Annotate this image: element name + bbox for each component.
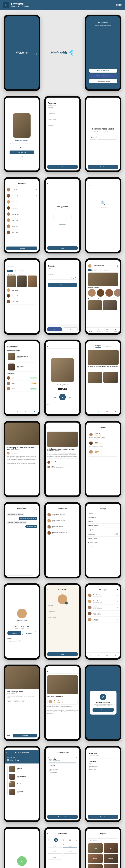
start-trial-button[interactable]: Start free trial [48, 815, 77, 819]
tab-profile[interactable]: 👤 [115, 411, 116, 412]
dialog-done-button[interactable]: Done [93, 708, 114, 712]
settings-row-toggle[interactable]: Dark mode [86, 532, 120, 536]
trainer-avatar[interactable] [114, 289, 120, 297]
trainer-card[interactable]: Sarah Jones★★★★★ 4.9› [48, 699, 77, 705]
phone-number-input[interactable] [98, 136, 117, 140]
trainer-card[interactable] [28, 276, 37, 287]
tab-library[interactable]: 📚Library [106, 329, 109, 332]
plan-free-card[interactable]: Free Trial 7 days, cancel anytime [48, 757, 77, 763]
signin-email-button[interactable]: Sign in with email [89, 69, 117, 72]
otp-digit-input[interactable] [68, 215, 72, 219]
tab-home[interactable]: ⌂Home [89, 329, 92, 332]
send-icon[interactable]: ➤ [34, 573, 38, 575]
book-button[interactable]: Book now [13, 734, 37, 738]
time-slot[interactable]: 10:30 [63, 844, 77, 848]
filter-chip[interactable]: Classes [14, 270, 20, 272]
tab-home[interactable]: ⌂ [9, 411, 9, 412]
search-input[interactable]: 🔍 [88, 184, 118, 187]
get-started-button[interactable]: Get Started [9, 151, 34, 154]
category-tile[interactable]: HIIT [104, 843, 118, 853]
tab-explore[interactable]: 🔍Explore [97, 329, 100, 332]
notification-row[interactable]: New session booked5h ago [46, 518, 79, 524]
country-selector[interactable]: 🇺🇸 +1 [90, 136, 97, 140]
otp-digit-input[interactable] [53, 215, 57, 219]
trainer-avatar[interactable] [105, 289, 113, 297]
follow-button[interactable]: Follow [7, 631, 21, 635]
featured-banner[interactable] [88, 273, 118, 286]
category-chip[interactable]: Yoga [92, 269, 97, 271]
list-item[interactable]: Ana Willis [7, 287, 37, 293]
resend-link[interactable]: Resend code [59, 224, 65, 225]
tab-home[interactable]: ⌂ [90, 411, 91, 412]
time-slot[interactable]: 13:00 [48, 850, 62, 854]
save-button[interactable]: Save [48, 652, 77, 656]
next-icon[interactable]: ⏭ [69, 396, 71, 398]
back-icon[interactable]: ‹ [47, 589, 48, 591]
play-button[interactable]: ▶ [59, 394, 66, 400]
trainer-avatar[interactable] [97, 289, 104, 297]
tab-profile[interactable]: 👤 [115, 655, 116, 656]
category-tile[interactable]: Cardio [88, 864, 103, 868]
back-icon[interactable]: ‹ [47, 426, 48, 429]
email-input[interactable] [48, 270, 77, 273]
trainer-card[interactable] [7, 276, 16, 287]
tab-explore[interactable]: 🔍 [98, 411, 99, 412]
settings-row[interactable]: Help & Support› [86, 536, 120, 541]
class-card[interactable] [88, 300, 102, 310]
email-input[interactable] [48, 115, 77, 118]
user-avatar[interactable] [88, 264, 92, 268]
tab-calendar[interactable]: 📅 [17, 411, 18, 412]
search-input[interactable]: 🔍 Search classes [88, 838, 118, 842]
tab-foryou[interactable]: For you [95, 345, 101, 347]
day-chip[interactable]: Wed14 [62, 839, 64, 841]
list-item[interactable]: Brandon Lee [7, 293, 37, 299]
session-card[interactable]: HIIT Circuit2:00 PM [7, 362, 37, 372]
filter-chip[interactable]: All [21, 270, 24, 272]
trainer-avatar[interactable] [88, 289, 96, 297]
message-input[interactable] [6, 572, 33, 576]
client-row[interactable]: Ben C.Pending [7, 381, 37, 386]
otp-digit-input[interactable] [58, 215, 62, 219]
back-icon[interactable]: ‹ [47, 670, 48, 672]
google-button[interactable]: G [63, 328, 77, 331]
settings-row[interactable]: Payment methods› [86, 524, 120, 528]
time-slot[interactable]: 15:00 [63, 850, 77, 854]
settings-row[interactable]: Notifications› [86, 515, 120, 519]
tab-library[interactable]: 📚 [106, 411, 107, 412]
tab-messages[interactable]: 💬 [25, 411, 26, 412]
day-chip[interactable]: Fri16 [76, 839, 77, 841]
forgot-link[interactable]: Forgot? [71, 277, 76, 278]
day-chip[interactable]: Mon12 [48, 839, 50, 841]
day-chip[interactable]: Thu15 [69, 839, 71, 841]
avatar-edit[interactable]: 📷 [58, 594, 67, 604]
time-slot[interactable]: 09:00 [48, 844, 62, 848]
back-icon[interactable]: ‹ [47, 345, 48, 347]
phone-input[interactable] [48, 121, 77, 124]
back-icon[interactable]: ‹ [88, 101, 88, 104]
session-card[interactable]: Morning Yoga Flow10:30 AM [7, 352, 37, 361]
password-input[interactable]: Forgot? [48, 276, 77, 279]
tab-following[interactable]: Following [104, 345, 111, 347]
facebook-button[interactable]: f [48, 328, 62, 331]
settings-row[interactable]: Privacy› [86, 519, 120, 524]
otp-continue-button[interactable]: Continue [88, 165, 118, 169]
password-input[interactable] [48, 127, 77, 130]
new-chat-icon[interactable]: ✎ [117, 589, 119, 591]
signin-button[interactable]: Sign in [48, 283, 77, 287]
list-item[interactable]: Chloe Park [7, 299, 37, 305]
bio-input[interactable] [48, 625, 77, 632]
list-item[interactable]: Grace Wu○ [5, 223, 39, 229]
bell-icon[interactable]: 🔔 [117, 265, 118, 267]
list-item[interactable]: Frank Cole✓ [5, 217, 39, 223]
search-input[interactable]: 🔍 Search... [7, 265, 37, 268]
back-icon[interactable]: ‹ [6, 507, 7, 510]
tab-home[interactable]: ⌂ [90, 655, 91, 656]
settings-row[interactable]: Language› [86, 528, 120, 532]
settings-row[interactable]: Terms of service› [86, 541, 120, 545]
email-input[interactable] [48, 613, 77, 616]
category-chip[interactable]: Stretch [103, 269, 108, 271]
category-tile[interactable]: Strength [104, 854, 118, 863]
camera-icon[interactable]: 📷 [65, 602, 68, 604]
skip-link[interactable]: Skip [21, 156, 23, 157]
list-item[interactable]: Ana Willis✓ [5, 187, 39, 193]
